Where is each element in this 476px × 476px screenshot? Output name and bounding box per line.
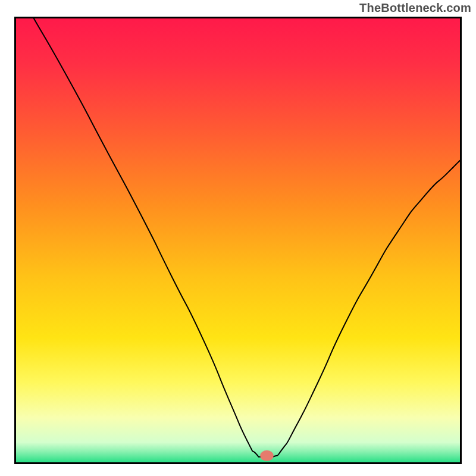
source-attribution: TheBottleneck.com bbox=[359, 1, 471, 15]
bottleneck-chart bbox=[16, 18, 460, 462]
min-marker bbox=[260, 450, 273, 461]
page-root: TheBottleneck.com bbox=[0, 0, 476, 476]
chart-frame bbox=[14, 17, 462, 464]
chart-background bbox=[16, 18, 460, 462]
